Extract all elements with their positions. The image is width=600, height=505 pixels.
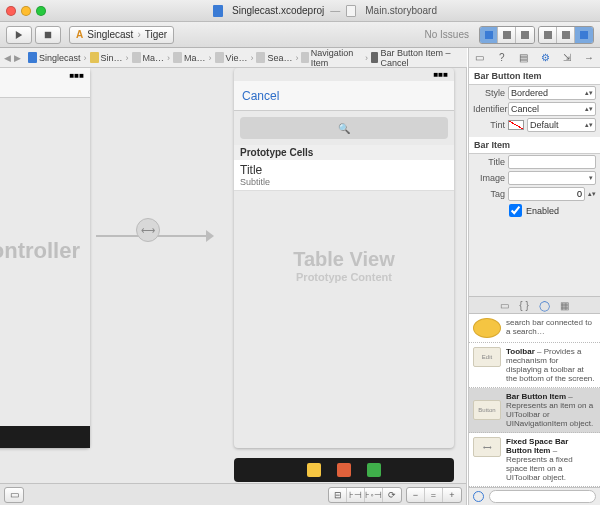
outline-toggle-button[interactable]: ▭	[4, 487, 24, 503]
exit-icon[interactable]	[367, 463, 381, 477]
main-toolbar: A Singlecast › Tiger No Issues	[0, 22, 600, 48]
title-label: Title	[473, 157, 505, 167]
enabled-label: Enabled	[526, 206, 559, 216]
section-bar-item: Bar Item	[469, 137, 600, 154]
object-library-list[interactable]: search bar connected to a search… Edit T…	[469, 314, 600, 487]
tint-swatch[interactable]	[508, 120, 524, 130]
connections-inspector-tab[interactable]: →	[583, 52, 595, 64]
toggle-debug-button[interactable]	[557, 27, 575, 43]
storyboard-canvas[interactable]: ■■■ n Controller Controller ⟷ ■■■ Cancel…	[0, 68, 467, 505]
utilities-panel: Bar Button Item Style Bordered▴▾ Identif…	[468, 68, 600, 505]
svg-rect-1	[45, 31, 51, 37]
segue-icon: ⟷	[136, 218, 160, 242]
back-button[interactable]: ◀	[4, 53, 11, 63]
table-view-label: Table View	[234, 248, 454, 271]
style-select[interactable]: Bordered▴▾	[508, 86, 596, 100]
search-icon: 🔍	[338, 123, 350, 134]
issues-status: No Issues	[425, 29, 469, 40]
search-bar[interactable]: 🔍	[240, 117, 448, 139]
size-inspector-tab[interactable]: ⇲	[561, 52, 573, 64]
identity-inspector-tab[interactable]: ▤	[518, 52, 530, 64]
svg-marker-0	[16, 31, 22, 39]
standard-editor-button[interactable]	[480, 27, 498, 43]
version-editor-button[interactable]	[516, 27, 534, 43]
file-inspector-tab[interactable]: ▭	[474, 52, 486, 64]
image-select[interactable]: ▾	[508, 171, 596, 185]
pin-button[interactable]: ⊦⊣	[347, 488, 365, 502]
prototype-cells-header: Prototype Cells	[234, 145, 454, 160]
storyboard-icon	[346, 5, 356, 17]
jump-bar[interactable]: ◀ ▶ Singlecast› Sin…› Ma…› Ma…› Vie…› Se…	[0, 48, 467, 68]
file-template-library-tab[interactable]: ▭	[500, 300, 509, 311]
tag-label: Tag	[473, 189, 505, 199]
forward-button[interactable]: ▶	[14, 53, 21, 63]
media-library-tab[interactable]: ▦	[560, 300, 569, 311]
library-search-field[interactable]	[489, 490, 596, 503]
project-title: Singlecast.xcodeproj	[232, 5, 324, 16]
project-icon	[213, 5, 223, 17]
minimize-window-button[interactable]	[21, 6, 31, 16]
scheme-selector[interactable]: A Singlecast › Tiger	[69, 26, 174, 44]
controller-placeholder-label: n Controller	[0, 238, 80, 264]
library-item-toolbar[interactable]: Edit Toolbar – Provides a mechanism for …	[469, 343, 600, 388]
zoom-in-button[interactable]: +	[443, 488, 461, 502]
library-item-search-bar[interactable]: search bar connected to a search…	[469, 314, 600, 343]
library-item-fixed-space[interactable]: ⟷ Fixed Space Bar Button Item – Represen…	[469, 433, 600, 487]
assistant-editor-button[interactable]	[498, 27, 516, 43]
style-label: Style	[473, 88, 505, 98]
scene-table-view-controller[interactable]: ■■■ Cancel 🔍 Prototype Cells Title Subti…	[234, 68, 454, 448]
toggle-navigator-button[interactable]	[539, 27, 557, 43]
tint-label: Tint	[473, 120, 505, 130]
file-title: Main.storyboard	[365, 5, 437, 16]
scene-title-bar[interactable]: Controller	[0, 426, 90, 448]
scene-dock[interactable]	[234, 458, 454, 482]
attributes-inspector-tab[interactable]: ⚙	[539, 52, 551, 64]
segue-arrow[interactable]: ⟷	[96, 230, 214, 242]
first-responder-icon[interactable]	[337, 463, 351, 477]
scene-navigation-controller[interactable]: ■■■ n Controller Controller	[0, 68, 90, 448]
run-button[interactable]	[6, 26, 32, 44]
stop-button[interactable]	[35, 26, 61, 44]
library-item-bar-button-item[interactable]: Button Bar Button Item – Represents an i…	[469, 388, 600, 433]
window-titlebar: Singlecast.xcodeproj — Main.storyboard	[0, 0, 600, 22]
quickhelp-inspector-tab[interactable]: ?	[496, 52, 508, 64]
zoom-buttons[interactable]: − = +	[406, 487, 462, 503]
canvas-footer: ▭ ⊟ ⊦⊣ ⊦◦⊣ ⟳ − = +	[0, 483, 466, 505]
scheme-name: Singlecast	[87, 29, 133, 40]
zoom-actual-button[interactable]: =	[425, 488, 443, 502]
panel-visibility-seg[interactable]	[538, 26, 594, 44]
destination-name: Tiger	[145, 29, 167, 40]
library-view-mode-button[interactable]	[473, 491, 484, 502]
zoom-window-button[interactable]	[36, 6, 46, 16]
cancel-bar-button[interactable]: Cancel	[242, 89, 279, 103]
enabled-checkbox[interactable]	[509, 204, 522, 217]
object-library-tab[interactable]: ◯	[539, 300, 550, 311]
inspector-tabs[interactable]: ▭ ? ▤ ⚙ ⇲ →	[468, 48, 600, 68]
cell-title: Title	[240, 163, 448, 177]
tint-select[interactable]: Default▴▾	[527, 118, 596, 132]
library-footer	[469, 487, 600, 505]
code-snippet-library-tab[interactable]: { }	[519, 300, 528, 311]
close-window-button[interactable]	[6, 6, 16, 16]
identifier-select[interactable]: Cancel▴▾	[508, 102, 596, 116]
editor-mode-seg[interactable]	[479, 26, 535, 44]
image-label: Image	[473, 173, 505, 183]
prototype-content-label: Prototype Content	[234, 271, 454, 283]
cell-subtitle: Subtitle	[240, 177, 448, 187]
resizing-button[interactable]: ⟳	[383, 488, 401, 502]
view-controller-icon[interactable]	[307, 463, 321, 477]
library-tabs[interactable]: ▭ { } ◯ ▦	[469, 296, 600, 314]
auto-layout-buttons[interactable]: ⊟ ⊦⊣ ⊦◦⊣ ⟳	[328, 487, 402, 503]
align-button[interactable]: ⊟	[329, 488, 347, 502]
toggle-utilities-button[interactable]	[575, 27, 593, 43]
prototype-cell[interactable]: Title Subtitle	[234, 160, 454, 191]
title-field[interactable]	[508, 155, 596, 169]
section-bar-button-item: Bar Button Item	[469, 68, 600, 85]
zoom-out-button[interactable]: −	[407, 488, 425, 502]
resolve-button[interactable]: ⊦◦⊣	[365, 488, 383, 502]
identifier-label: Identifier	[473, 104, 505, 114]
tag-field[interactable]	[508, 187, 585, 201]
